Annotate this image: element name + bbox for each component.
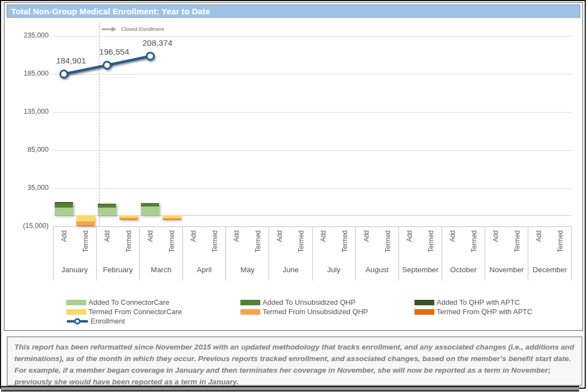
category-label-cell: Add (139, 230, 161, 269)
legend-line-swatch (66, 318, 88, 325)
category-label-cell: Termed (420, 230, 442, 269)
category-label-cell: Add (355, 230, 377, 269)
category-label-cell: Termed (161, 230, 182, 269)
category-label-cell: Termed (118, 230, 139, 269)
chart-legend: Added To ConnectorCareAdded To Unsubsidi… (66, 298, 580, 326)
category-label-cell: Add (53, 230, 75, 269)
closed-enrollment-annotation: Closed Enrollment (102, 26, 164, 32)
report-frame: Total Non-Group Medical Enrollment: Year… (0, 0, 586, 389)
category-label: Termed (254, 230, 262, 252)
enrollment-line-chart (53, 36, 571, 229)
category-label-cell: Termed (377, 230, 398, 269)
category-label-cell: Termed (334, 230, 355, 269)
category-label: Termed (513, 230, 521, 252)
category-label: Termed (211, 230, 219, 252)
closed-enrollment-label: Closed Enrollment (121, 26, 164, 32)
legend-label: Added To ConnectorCare (88, 298, 169, 306)
category-label-cell: Add (96, 230, 118, 269)
legend-label: Termed From QHP with APTC (437, 308, 532, 316)
y-axis-tick-label: 35,000 (9, 184, 49, 192)
category-label-cell: Termed (75, 230, 96, 269)
legend-swatch (66, 300, 86, 305)
month-label: June (269, 266, 312, 274)
category-label: Termed (470, 230, 478, 252)
category-label-cell: Add (442, 230, 464, 269)
legend-label: Added To Unsubsidized QHP (262, 298, 355, 306)
category-label: Termed (297, 230, 305, 252)
category-label: Termed (384, 230, 392, 252)
month-label: July (312, 266, 355, 274)
category-label-cell: Termed (204, 230, 226, 269)
plot-area: 235,000185,000135,00085,00035,000(15,000… (4, 3, 582, 330)
category-label-cell: Termed (464, 230, 485, 269)
methodology-note-text: This report has been reformatted since N… (14, 343, 574, 386)
category-label: Add (190, 230, 197, 242)
enrollment-data-label: 196,554 (90, 47, 139, 56)
month-label: November (485, 266, 528, 274)
category-label: Add (103, 230, 111, 242)
enrollment-chart-panel: Total Non-Group Medical Enrollment: Year… (4, 2, 583, 331)
legend-label: Added To QHP with APTC (437, 298, 520, 306)
legend-swatch (414, 300, 434, 305)
category-label-cell: Add (269, 230, 291, 269)
enrollment-point (60, 71, 67, 78)
month-label: December (528, 266, 571, 274)
legend-item: Termed From Unsubsidized QHP (240, 307, 414, 316)
category-label: Termed (556, 230, 564, 252)
next-section-header-edge (1, 386, 579, 391)
month-label: May (226, 266, 269, 274)
category-label: Add (406, 230, 413, 242)
month-label: April (183, 266, 226, 274)
legend-label: Enrollment (91, 317, 125, 325)
category-label: Termed (427, 230, 435, 252)
legend-label: Termed From ConnectorCare (88, 308, 182, 316)
enrollment-point (146, 52, 154, 60)
legend-item: Termed From ConnectorCare (66, 307, 240, 316)
legend-item: Added To Unsubsidized QHP (240, 298, 414, 307)
legend-swatch (240, 309, 260, 315)
month-label: March (139, 266, 182, 274)
category-label-cell: Termed (291, 230, 312, 269)
category-label-cell: Add (226, 230, 248, 269)
category-label-cell: Termed (248, 230, 269, 269)
y-axis-tick-label: 185,000 (9, 70, 49, 77)
legend-swatch (240, 300, 260, 305)
category-label: Add (60, 230, 68, 242)
category-label-cell: Add (485, 230, 507, 269)
legend-swatch (414, 309, 434, 315)
report-page: Total Non-Group Medical Enrollment: Year… (0, 0, 588, 392)
category-label: Add (363, 230, 370, 242)
category-label: Add (276, 230, 284, 242)
category-label-cell: Add (312, 230, 334, 269)
legend-item: Added To QHP with APTC (414, 298, 580, 307)
methodology-note: This report has been reformatted since N… (7, 336, 582, 386)
category-label-cell: Termed (507, 230, 528, 269)
category-label: Add (449, 230, 456, 242)
legend-item: Enrollment (66, 316, 240, 326)
category-label: Termed (125, 230, 133, 252)
category-label: Termed (341, 230, 349, 252)
category-label: Add (319, 230, 327, 242)
enrollment-point (103, 62, 111, 69)
category-label: Termed (82, 230, 90, 252)
y-axis-tick-label: 85,000 (9, 146, 49, 153)
enrollment-data-label: 184,901 (46, 56, 96, 65)
category-label-cell: Add (183, 230, 204, 269)
y-axis-tick-label: (15,000) (9, 222, 49, 230)
category-label: Add (146, 230, 154, 242)
category-label: Add (233, 230, 240, 242)
category-label: Add (535, 230, 543, 242)
y-axis-tick-label: 235,000 (9, 31, 49, 39)
legend-label: Termed From Unsubsidized QHP (262, 308, 368, 316)
month-label: September (398, 266, 442, 274)
category-label: Add (492, 230, 500, 242)
month-label: January (53, 266, 96, 274)
y-axis-tick-label: 135,000 (9, 108, 49, 115)
month-label: August (355, 266, 398, 274)
category-label-cell: Termed (550, 230, 571, 269)
category-label: Termed (168, 230, 176, 252)
legend-swatch (66, 309, 86, 315)
enrollment-data-label: 208,374 (133, 38, 182, 47)
category-label-cell: Add (398, 230, 420, 269)
month-label: October (442, 266, 485, 274)
